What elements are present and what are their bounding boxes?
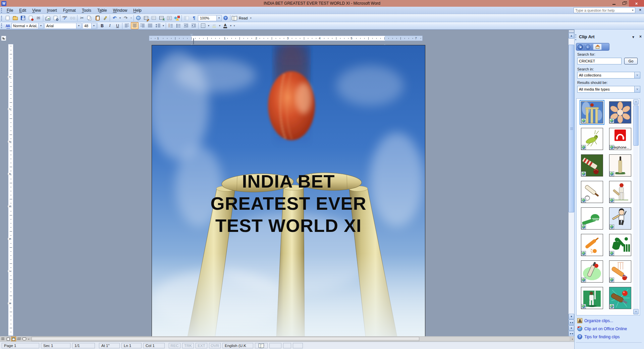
read-mode-icon[interactable] — [231, 14, 238, 21]
new-document-button[interactable] — [4, 14, 11, 21]
horizontal-ruler[interactable]: 1123457 — [149, 36, 423, 41]
insert-hyperlink-button[interactable] — [135, 14, 142, 21]
web-layout-view-button[interactable] — [6, 337, 11, 341]
cut-button[interactable]: ✂ — [78, 14, 86, 21]
home-icon[interactable] — [593, 44, 602, 50]
close-button[interactable]: × — [629, 0, 644, 7]
chevron-down-icon[interactable]: ▾ — [631, 9, 635, 12]
clipart-thumbnail-bat-ball[interactable] — [581, 181, 603, 203]
permission-button[interactable] — [27, 14, 35, 21]
menubar-close-icon[interactable]: × — [639, 8, 641, 12]
tips-link[interactable]: ?Tips for finding clips — [577, 334, 620, 339]
forward-icon[interactable]: ► — [585, 44, 591, 50]
document-title-text[interactable]: INDIA BET GREATEST EVER TEST WORLD XI — [152, 170, 425, 237]
clipart-thumbnail-bat-grass[interactable] — [581, 154, 603, 177]
clipart-thumbnail-batsman[interactable] — [609, 181, 631, 203]
clipart-thumbnail-cartoon-boy[interactable] — [609, 207, 631, 230]
styles-and-formatting-button[interactable]: A͟A — [4, 22, 11, 29]
office-online-link[interactable]: Clip art on Office Online — [577, 326, 627, 331]
status-ovr[interactable]: OVR — [209, 343, 221, 348]
clipart-thumbnail-stumps[interactable] — [581, 101, 603, 123]
scroll-down-button[interactable]: ▼ — [569, 314, 574, 319]
previous-page-button[interactable]: ▲▲ — [569, 319, 574, 325]
clipart-thumbnail-green-batsman[interactable] — [609, 234, 631, 256]
next-page-button[interactable]: ▼▼ — [569, 331, 574, 336]
pane-menu-icon[interactable]: ▼ — [632, 35, 635, 39]
scroll-left-icon[interactable]: ‹ — [27, 337, 31, 341]
status-trk[interactable]: TRK — [182, 343, 194, 348]
align-left-button[interactable] — [123, 22, 131, 29]
reading-layout-view-button[interactable] — [22, 337, 27, 341]
font-size-combobox[interactable]: 48▾ — [83, 23, 97, 29]
line-spacing-button[interactable] — [154, 22, 162, 29]
go-button[interactable]: Go — [624, 58, 638, 64]
menu-item-insert[interactable]: Insert — [44, 7, 60, 13]
zoom-combobox[interactable]: 100% — [198, 15, 217, 21]
menu-item-view[interactable]: View — [29, 7, 44, 13]
font-color-button[interactable]: A — [221, 22, 229, 29]
scroll-right-icon[interactable]: › — [571, 337, 574, 341]
spelling-grammar-button[interactable]: ABC✓ — [61, 14, 69, 21]
hanging-indent-marker[interactable] — [190, 38, 194, 44]
status-ext[interactable]: EXT — [196, 343, 207, 348]
justify-button[interactable] — [146, 22, 154, 29]
select-browse-object-button[interactable]: ● — [569, 325, 574, 331]
outline-view-button[interactable] — [16, 337, 21, 341]
clipart-thumbnail-orange-bat-wickets[interactable] — [609, 260, 631, 283]
minimize-button[interactable] — [609, 0, 619, 7]
tables-and-borders-button[interactable] — [142, 14, 150, 21]
copy-button[interactable] — [86, 14, 94, 21]
decrease-indent-button[interactable] — [182, 22, 190, 29]
pane-close-icon[interactable]: × — [639, 34, 642, 39]
horizontal-scroll-thumb[interactable] — [32, 337, 419, 341]
font-combobox[interactable]: Arial▾ — [45, 23, 82, 29]
show-hide-paragraph-button[interactable]: ¶ — [190, 14, 198, 21]
print-button[interactable] — [44, 14, 52, 21]
clipart-thumbnail-telephone[interactable]: telephone... — [609, 128, 631, 150]
clipart-thumbnail-brown-bat[interactable] — [609, 287, 631, 309]
menu-item-edit[interactable]: Edit — [16, 7, 29, 13]
border-dropdown-icon[interactable]: ▾ — [207, 24, 210, 27]
undo-button[interactable]: ↶ — [111, 14, 118, 21]
increase-indent-button[interactable] — [190, 22, 198, 29]
document-page[interactable]: INDIA BET GREATEST EVER TEST WORLD XI — [152, 45, 425, 336]
italic-button[interactable]: I — [106, 22, 114, 29]
menu-item-file[interactable]: File — [4, 7, 16, 13]
split-handle[interactable] — [569, 30, 574, 33]
research-button[interactable] — [69, 14, 76, 21]
clipart-thumbnail-green-helmet[interactable] — [581, 207, 603, 230]
results-scrollbar[interactable]: ˄ ˅ — [633, 99, 639, 314]
clipart-thumbnail-bat-standing[interactable] — [609, 154, 631, 177]
results-scroll-down-icon[interactable]: ˅ — [633, 309, 639, 314]
clipart-thumbnail-bat-red-ball[interactable] — [581, 260, 603, 283]
toolbar-options-button[interactable]: ▾ — [232, 22, 236, 29]
restore-button[interactable] — [619, 0, 629, 7]
help-input[interactable] — [574, 8, 631, 12]
print-layout-view-button[interactable] — [11, 337, 16, 341]
horizontal-scroll-track[interactable] — [31, 337, 570, 341]
insert-excel-worksheet-button[interactable]: X — [158, 14, 165, 21]
paste-button[interactable] — [94, 14, 101, 21]
media-types-dropdown[interactable]: All media file types˅ — [577, 86, 640, 93]
save-button[interactable] — [19, 14, 27, 21]
help-search-box[interactable]: ▾ — [574, 7, 635, 13]
status-language[interactable]: English (U.K — [222, 343, 253, 348]
organize-clips-link[interactable]: Organize clips... — [577, 318, 613, 323]
menu-item-table[interactable]: Table — [94, 7, 110, 13]
clipart-thumbnail-batsman-whites[interactable] — [581, 287, 603, 309]
right-indent-marker[interactable] — [383, 38, 386, 44]
highlight-dropdown-icon[interactable]: ▾ — [218, 24, 221, 27]
spelling-status-icon[interactable]: ✗ — [255, 343, 268, 348]
drawing-button[interactable] — [173, 14, 181, 21]
highlight-button[interactable]: ab — [210, 22, 218, 29]
vertical-ruler[interactable]: 12345678 — [8, 44, 13, 336]
line-spacing-dropdown-icon[interactable]: ▾ — [162, 24, 165, 27]
menu-item-help[interactable]: Help — [130, 7, 145, 13]
redo-dropdown-icon[interactable]: ▾ — [129, 16, 133, 19]
status-rec[interactable]: REC — [169, 343, 180, 348]
menu-item-window[interactable]: Window — [110, 7, 130, 13]
print-preview-button[interactable] — [52, 14, 59, 21]
results-scroll-up-icon[interactable]: ˄ — [633, 99, 639, 105]
help-button[interactable]: ? — [222, 14, 229, 21]
vertical-scroll-thumb[interactable] — [569, 45, 574, 212]
